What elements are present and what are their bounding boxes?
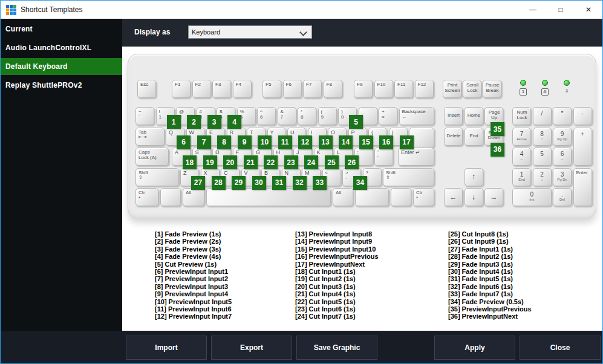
sidebar-item-audio-launchcontrolxl[interactable]: Audio LaunchControlXL — [1, 39, 122, 56]
display-as-dropdown[interactable]: Keyboard — [188, 25, 312, 39]
key-1[interactable]: !11 — [156, 107, 175, 125]
key-6[interactable]: ^6 — [257, 107, 276, 125]
key-backspace[interactable]: Backspace← — [399, 107, 434, 125]
import-button[interactable]: Import — [126, 336, 207, 360]
key-f10[interactable]: F10 — [374, 80, 393, 98]
key-space[interactable] — [206, 188, 331, 206]
key-label: End — [513, 178, 530, 182]
key-end[interactable]: End — [464, 128, 483, 146]
key-f12[interactable]: F12 — [415, 80, 434, 98]
shortcut-badge-19: 19 — [203, 155, 217, 169]
key-9[interactable]: (9 — [318, 107, 337, 125]
key-7[interactable]: &7 — [278, 107, 296, 125]
legend-entry: [24] Cut Input7 (1s) — [295, 313, 379, 320]
sidebar-item-default-keyboard[interactable]: Default Keyboard — [1, 58, 122, 75]
key-f2[interactable]: F2 — [192, 80, 211, 98]
key-a[interactable]: A18 — [172, 148, 191, 166]
key-f7[interactable]: F7 — [303, 80, 322, 98]
key-shift-left[interactable]: Shift⇧ — [135, 168, 179, 186]
legend-entry: [36] PreviewInputNext — [448, 313, 532, 320]
app-logo-cell — [6, 5, 9, 8]
key-enter[interactable]: Enter ↵ — [398, 148, 434, 166]
key-num-lock[interactable]: NumLock — [512, 107, 531, 125]
shortcut-badge-9: 9 — [238, 135, 252, 149]
key-f9[interactable]: F9 — [354, 80, 373, 98]
key-alt-right[interactable]: Alt — [333, 188, 353, 206]
key-num-divide[interactable]: / — [533, 107, 552, 125]
key-arrow-left[interactable]: ← — [444, 188, 463, 206]
key-pause-break[interactable]: PauseBreak — [483, 80, 501, 98]
key-label: 0 — [513, 191, 551, 198]
key-num-7[interactable]: 7Home — [512, 128, 531, 146]
key-num-enter[interactable]: Enter — [573, 168, 592, 207]
key-num-8[interactable]: 8↑ — [533, 128, 552, 146]
save-graphic-button[interactable]: Save Graphic — [296, 336, 377, 360]
key-arrow-up[interactable]: ↑ — [464, 168, 483, 186]
key-8[interactable]: *8 — [298, 107, 316, 125]
key-num-2[interactable]: 2↓ — [533, 168, 552, 186]
key-page-up[interactable]: PageUp35 — [484, 107, 503, 125]
key-tab[interactable]: Tab⇤⇥ — [135, 128, 165, 146]
key-num-4[interactable]: 4← — [512, 148, 531, 166]
key-f1[interactable]: F1 — [172, 80, 191, 98]
key-f8[interactable]: F8 — [324, 80, 342, 98]
key-num-6[interactable]: 6→ — [553, 148, 572, 166]
key-arrow-right[interactable]: → — [484, 188, 503, 206]
key-num-subtract[interactable]: - — [573, 107, 592, 125]
key-q[interactable]: Q6 — [166, 128, 184, 146]
key-label: C — [224, 171, 239, 176]
legend-entry: [26] Cut Input9 (1s) — [448, 238, 532, 245]
close-button[interactable]: Close — [520, 336, 601, 360]
key-num-1[interactable]: 1End — [512, 168, 531, 186]
key-equals[interactable]: += — [379, 107, 397, 125]
key-alt-left[interactable]: Alt — [183, 188, 204, 206]
shortcut-badge-2: 2 — [187, 115, 201, 129]
key-arrow-down[interactable]: ↓ — [464, 188, 483, 206]
key-label: End — [466, 134, 483, 139]
key-menu[interactable] — [391, 188, 411, 206]
apply-button[interactable]: Apply — [434, 336, 515, 360]
key-insert[interactable]: Insert — [444, 107, 463, 125]
key-label: W — [189, 130, 204, 135]
key-ctrl-left[interactable]: Ctr* — [135, 188, 158, 206]
key-f11[interactable]: F11 — [394, 80, 413, 98]
export-button[interactable]: Export — [211, 336, 292, 360]
key-win-right[interactable] — [355, 188, 389, 206]
key-num-multiply[interactable]: * — [553, 107, 572, 125]
key-backquote[interactable]: ~` — [135, 107, 154, 125]
key-num-decimal[interactable]: .Del — [553, 188, 572, 206]
shortcut-badge-8: 8 — [217, 135, 231, 149]
key-delete[interactable]: Delete — [444, 128, 463, 146]
key-label: 6 — [260, 115, 275, 120]
key-num-9[interactable]: 9Pg Up — [553, 128, 572, 146]
shortcut-badge-5: 5 — [349, 115, 363, 129]
minimize-icon[interactable]: — — [519, 1, 547, 19]
sidebar-item-replay-shuttleprov2[interactable]: Replay ShuttlePROv2 — [1, 77, 122, 94]
key-num-0[interactable]: 0Ins — [512, 188, 552, 206]
key-num-3[interactable]: 3Pg Dn — [553, 168, 572, 186]
sidebar-item-current[interactable]: Current — [1, 21, 122, 37]
key-num-add[interactable]: + — [573, 128, 592, 166]
key-0[interactable]: )05 — [338, 107, 357, 125]
key-caps-lock[interactable]: CapsLock (A) — [135, 148, 169, 166]
key-print-screen[interactable]: PrintScreen — [443, 80, 461, 98]
key-shift-right[interactable]: Shift⇧ — [383, 168, 434, 186]
key-f6[interactable]: F6 — [283, 80, 302, 98]
key-win-left[interactable] — [160, 188, 181, 206]
legend-entry: [23] Cut Input6 (1s) — [295, 305, 379, 313]
key-num-5[interactable]: 5 — [533, 148, 552, 166]
key-scroll-lock[interactable]: ScrollLock — [463, 80, 481, 98]
shortcut-badge-22: 22 — [264, 155, 278, 169]
key-quote[interactable]: "' — [374, 148, 393, 166]
key-ctrl-right[interactable]: Ctr* — [413, 188, 434, 206]
key-esc[interactable]: Esc — [137, 80, 156, 98]
key-f3[interactable]: F3 — [212, 80, 231, 98]
close-icon[interactable]: ✕ — [575, 1, 602, 19]
key-period[interactable]: >.34 — [342, 168, 361, 186]
maximize-icon[interactable]: □ — [547, 1, 575, 19]
key-f4[interactable]: F4 — [233, 80, 252, 98]
key-label: ↑ — [533, 137, 551, 141]
key-z[interactable]: Z27 — [180, 168, 199, 186]
key-home[interactable]: Home — [464, 107, 483, 125]
key-f5[interactable]: F5 — [262, 80, 281, 98]
